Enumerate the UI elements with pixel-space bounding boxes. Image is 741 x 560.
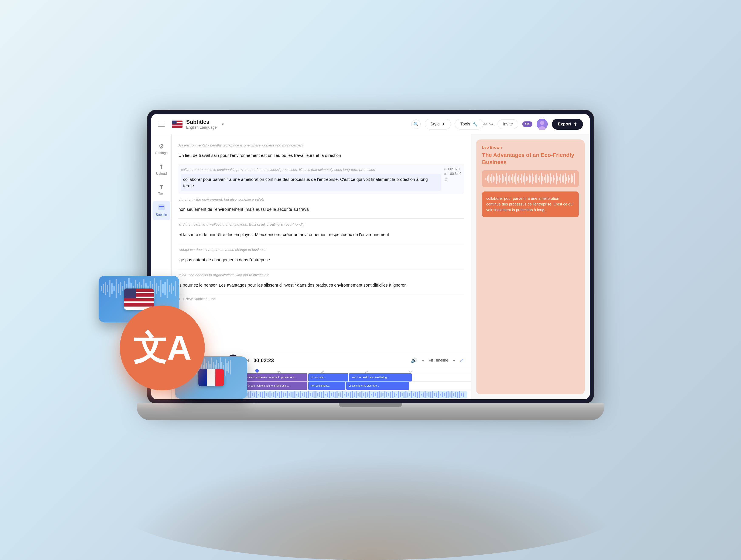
export-button[interactable]: Export ⬆ — [552, 119, 583, 130]
invite-button[interactable]: Invite — [497, 119, 518, 129]
expand-button[interactable]: ⤢ — [460, 357, 464, 364]
svg-rect-109 — [375, 393, 376, 396]
svg-rect-183 — [526, 176, 527, 181]
laptop-container: Subtitles English Language ▾ 🔍 Style ✦ T… — [137, 110, 604, 450]
en-clip-4[interactable]: and the health and wellbeing... — [349, 374, 412, 382]
svg-rect-245 — [162, 284, 163, 293]
volume-icon[interactable]: 🔊 — [411, 357, 417, 364]
svg-rect-64 — [289, 393, 290, 396]
add-subtitle-button[interactable]: + + New Subtitles Line — [179, 295, 464, 304]
svg-rect-58 — [277, 393, 278, 396]
subtitle-original-2: collaborate to achieve continual improve… — [181, 167, 441, 172]
svg-point-1 — [540, 121, 544, 125]
svg-rect-220 — [109, 280, 111, 297]
svg-rect-174 — [513, 174, 513, 183]
svg-rect-223 — [116, 279, 117, 298]
plus-icon[interactable]: + — [453, 357, 456, 364]
sidebar-item-settings[interactable]: ⚙ Settings — [152, 140, 171, 158]
subtitle-row: workplace doesn't require as much change… — [179, 244, 464, 269]
svg-rect-204 — [557, 176, 558, 181]
style-button[interactable]: Style ✦ — [425, 119, 451, 130]
subtitle-content-2: collaborate to achieve continual improve… — [181, 167, 441, 191]
subtitle-content-5: workplace doesn't require as much change… — [179, 247, 464, 265]
svg-rect-178 — [518, 175, 519, 182]
svg-rect-69 — [298, 393, 299, 397]
sidebar-item-subtitle[interactable]: Subtitle — [152, 201, 171, 220]
title-text: Subtitles English Language — [186, 119, 217, 130]
svg-rect-90 — [338, 393, 339, 396]
delete-icon[interactable]: 🗑 — [444, 177, 461, 181]
fr-clip-3[interactable]: non seulement... — [308, 382, 345, 390]
dropdown-arrow-icon[interactable]: ▾ — [222, 122, 224, 127]
svg-rect-207 — [562, 175, 563, 182]
svg-rect-129 — [413, 393, 414, 396]
subtitle-translated-4[interactable]: et la santé et le bien-être des employés… — [179, 229, 464, 240]
sidebar-item-text[interactable]: T Text — [152, 181, 171, 199]
preview-title: The Advantages of an Eco-Friendly Busine… — [482, 152, 579, 166]
svg-rect-221 — [111, 283, 113, 294]
svg-rect-191 — [538, 178, 539, 180]
svg-rect-222 — [114, 287, 115, 291]
svg-rect-119 — [394, 393, 395, 397]
fit-timeline-button[interactable]: Fit Timeline — [429, 358, 448, 363]
subtitle-translated-2[interactable]: collaborer pour parvenir à une améliorat… — [181, 174, 441, 191]
svg-rect-225 — [120, 282, 121, 295]
fr-clip-4[interactable]: et la santé et le bien-être... — [346, 382, 409, 390]
subtitle-translated-6[interactable]: is pourriez le penser. Les avantages pou… — [179, 279, 464, 291]
svg-rect-55 — [271, 393, 273, 396]
top-bar: Subtitles English Language ▾ 🔍 Style ✦ T… — [151, 114, 590, 134]
svg-rect-177 — [517, 177, 518, 181]
svg-rect-217 — [103, 284, 104, 293]
svg-rect-184 — [527, 177, 528, 180]
svg-rect-115 — [386, 392, 387, 397]
time-display: 00:02:23 — [254, 357, 274, 364]
svg-rect-179 — [520, 178, 521, 180]
subtitle-translated-5[interactable]: ige pas autant de changements dans l'ent… — [179, 254, 464, 265]
svg-rect-86 — [331, 393, 332, 396]
svg-rect-141 — [436, 393, 437, 397]
subtitle-translated-1[interactable]: Un lieu de travail sain pour l'environne… — [179, 150, 464, 161]
svg-rect-93 — [344, 394, 345, 396]
subtitle-translated-3[interactable]: non seulement de l'environnement, mais a… — [179, 204, 464, 215]
svg-rect-66 — [292, 392, 293, 398]
svg-rect-172 — [510, 175, 510, 182]
svg-rect-116 — [388, 393, 389, 396]
svg-rect-132 — [419, 391, 420, 398]
minus-icon[interactable]: − — [421, 357, 424, 364]
translate-button[interactable]: 文A — [120, 306, 205, 390]
tools-button[interactable]: Tools 🔧 — [455, 119, 483, 130]
svg-rect-175 — [514, 175, 515, 182]
svg-rect-124 — [404, 392, 405, 398]
redo-button[interactable]: ↪ — [489, 121, 493, 127]
svg-rect-75 — [310, 393, 311, 396]
svg-rect-214 — [572, 175, 573, 182]
svg-rect-150 — [453, 393, 454, 396]
en-clip-3[interactable]: of not only... — [308, 374, 348, 382]
svg-rect-70 — [300, 391, 301, 398]
svg-rect-159 — [490, 177, 491, 181]
undo-button[interactable]: ↩ — [483, 121, 487, 127]
preview-card: Leo Brown The Advantages of an Eco-Frien… — [476, 140, 585, 394]
svg-rect-85 — [329, 391, 330, 398]
svg-rect-60 — [281, 391, 282, 398]
svg-rect-65 — [291, 392, 292, 397]
svg-rect-111 — [379, 391, 380, 398]
subtitle-content-4: and the health and wellbeing of employee… — [179, 222, 464, 240]
svg-rect-105 — [367, 393, 368, 397]
svg-rect-155 — [463, 393, 464, 397]
svg-rect-189 — [535, 175, 536, 182]
svg-rect-160 — [491, 174, 492, 183]
svg-rect-211 — [568, 175, 569, 182]
svg-rect-127 — [409, 393, 410, 396]
svg-rect-83 — [325, 394, 326, 396]
svg-rect-135 — [425, 391, 426, 398]
svg-rect-147 — [448, 391, 449, 398]
svg-rect-139 — [432, 391, 433, 398]
svg-rect-96 — [350, 392, 351, 398]
sidebar-item-upload[interactable]: ⬆ Upload — [152, 160, 171, 179]
svg-rect-168 — [503, 175, 504, 182]
svg-rect-97 — [352, 391, 353, 398]
menu-button[interactable] — [158, 120, 166, 129]
svg-rect-54 — [270, 391, 271, 398]
search-button[interactable]: 🔍 — [411, 119, 421, 129]
